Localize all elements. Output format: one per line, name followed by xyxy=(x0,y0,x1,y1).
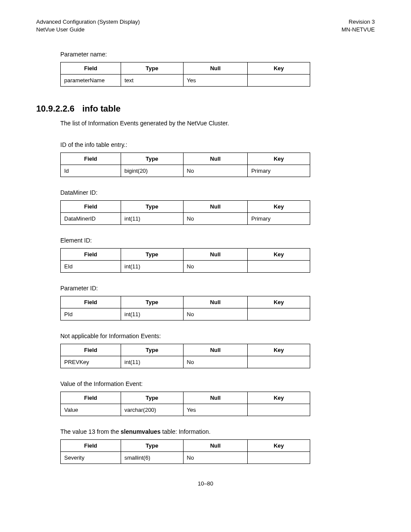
th-type: Type xyxy=(121,392,183,404)
th-field: Field xyxy=(61,344,121,356)
page-header: Advanced Configuration (System Display) … xyxy=(36,18,375,34)
cell-null: No xyxy=(183,165,248,177)
table-header-row: FieldTypeNullKey xyxy=(61,392,310,404)
th-key: Key xyxy=(248,440,310,452)
table-caption: DataMiner ID: xyxy=(60,189,375,196)
page-footer: 10–80 xyxy=(36,480,375,487)
table-row: parameterName text Yes xyxy=(61,75,310,87)
cell-field: Severity xyxy=(61,452,121,464)
cell-key xyxy=(248,404,310,416)
table-row: Idbigint(20)NoPrimary xyxy=(61,165,310,177)
cell-key xyxy=(248,75,310,87)
th-field: Field xyxy=(61,440,121,452)
th-key: Key xyxy=(248,296,310,308)
table-caption: Value of the Information Event: xyxy=(60,380,375,387)
th-field: Field xyxy=(61,153,121,165)
cell-type: int(11) xyxy=(121,213,183,225)
th-type: Type xyxy=(121,249,183,261)
cell-null: No xyxy=(183,452,248,464)
th-type: Type xyxy=(121,296,183,308)
cell-type: int(11) xyxy=(121,308,183,320)
th-field: Field xyxy=(61,296,121,308)
table-header-row: FieldTypeNullKey xyxy=(61,201,310,213)
page: Advanced Configuration (System Display) … xyxy=(0,0,411,500)
table-caption: ID of the info table entry.: xyxy=(60,141,375,148)
th-type: Type xyxy=(121,344,183,356)
schema-table: FieldTypeNullKeyEIdint(11)No xyxy=(60,248,310,273)
header-right-2: MN-NETVUE xyxy=(342,26,375,34)
th-field: Field xyxy=(61,249,121,261)
section-title: info table xyxy=(82,104,121,113)
table-row: PIdint(11)No xyxy=(61,308,310,320)
section-desc: The list of Information Events generated… xyxy=(60,120,375,127)
th-key: Key xyxy=(248,62,310,75)
cell-type: int(11) xyxy=(121,261,183,273)
cell-field: PId xyxy=(61,308,121,320)
cell-type: varchar(200) xyxy=(121,404,183,416)
table-caption: Element ID: xyxy=(60,237,375,244)
cell-key xyxy=(248,356,310,368)
content: Parameter name: Field Type Null Key para… xyxy=(36,51,375,87)
schema-table: FieldTypeNullKeyIdbigint(20)NoPrimary xyxy=(60,152,310,177)
th-key: Key xyxy=(248,153,310,165)
th-key: Key xyxy=(248,201,310,213)
cell-type: text xyxy=(121,75,183,87)
intro-table: Field Type Null Key parameterName text Y… xyxy=(60,62,310,87)
cell-field: parameterName xyxy=(61,75,121,87)
cell-null: Yes xyxy=(183,75,248,87)
cell-type: bigint(20) xyxy=(121,165,183,177)
th-null: Null xyxy=(183,249,248,261)
cell-null: Yes xyxy=(183,404,248,416)
th-key: Key xyxy=(248,344,310,356)
cell-field: Value xyxy=(61,404,121,416)
th-type: Type xyxy=(121,201,183,213)
table-header-row: Field Type Null Key xyxy=(61,440,310,452)
th-field: Field xyxy=(61,201,121,213)
table-caption: Not applicable for Information Events: xyxy=(60,333,375,339)
th-null: Null xyxy=(183,344,248,356)
intro-caption: Parameter name: xyxy=(60,51,375,58)
table-caption: Parameter ID: xyxy=(60,285,375,292)
table-row: Severity smallint(6) No xyxy=(61,452,310,464)
cell-key xyxy=(248,452,310,464)
cell-type: smallint(6) xyxy=(121,452,183,464)
last-caption: The value 13 from the slenumvalues table… xyxy=(60,428,375,435)
cell-key: Primary xyxy=(248,213,310,225)
table-header-row: FieldTypeNullKey xyxy=(61,249,310,261)
table-row: EIdint(11)No xyxy=(61,261,310,273)
schema-table: FieldTypeNullKeyValuevarchar(200)Yes xyxy=(60,392,310,416)
cell-field: EId xyxy=(61,261,121,273)
section-heading: 10.9.2.2.6info table xyxy=(36,104,375,114)
table-row: PREVKeyint(11)No xyxy=(61,356,310,368)
header-left-1: Advanced Configuration (System Display) xyxy=(36,18,140,26)
th-key: Key xyxy=(248,392,310,404)
th-null: Null xyxy=(183,392,248,404)
th-null: Null xyxy=(183,62,248,75)
caption-pre: The value 13 from the xyxy=(60,428,121,435)
th-type: Type xyxy=(121,153,183,165)
cell-null: No xyxy=(183,356,248,368)
table-header-row: FieldTypeNullKey xyxy=(61,296,310,308)
cell-null: No xyxy=(183,213,248,225)
schema-table: FieldTypeNullKeyPREVKeyint(11)No xyxy=(60,344,310,368)
cell-null: No xyxy=(183,308,248,320)
header-left-2: NetVue User Guide xyxy=(36,26,84,34)
th-field: Field xyxy=(61,62,121,75)
cell-key xyxy=(248,261,310,273)
cell-type: int(11) xyxy=(121,356,183,368)
section-number: 10.9.2.2.6 xyxy=(36,104,75,113)
th-null: Null xyxy=(183,153,248,165)
th-null: Null xyxy=(183,296,248,308)
schema-table: FieldTypeNullKeyDataMinerIDint(11)NoPrim… xyxy=(60,200,310,225)
caption-post: table: Information. xyxy=(161,428,211,435)
schema-table: FieldTypeNullKeyPIdint(11)No xyxy=(60,296,310,320)
table-header-row: FieldTypeNullKey xyxy=(61,153,310,165)
header-right-1: Revision 3 xyxy=(349,18,375,26)
th-null: Null xyxy=(183,201,248,213)
cell-key: Primary xyxy=(248,165,310,177)
table-header-row: Field Type Null Key xyxy=(61,62,310,75)
table-row: DataMinerIDint(11)NoPrimary xyxy=(61,213,310,225)
last-table: Field Type Null Key Severity smallint(6)… xyxy=(60,439,310,464)
th-key: Key xyxy=(248,249,310,261)
cell-field: Id xyxy=(61,165,121,177)
